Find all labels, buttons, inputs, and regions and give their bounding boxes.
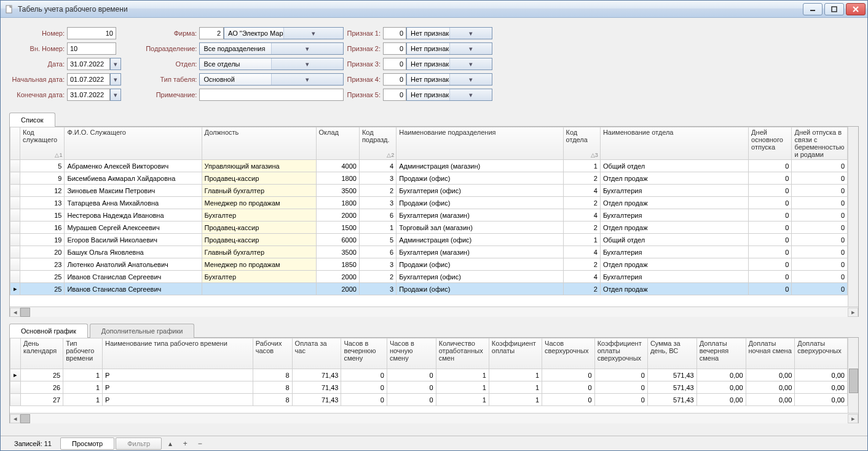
table-row[interactable]: 15Нестерова Надежда Ивановна Бухгалтер 2… <box>10 209 848 222</box>
priznak-2-code-input[interactable] <box>383 42 406 55</box>
table-row[interactable]: 16Мурашев Сергей Алексеевич Продавец-кас… <box>10 222 848 234</box>
close-button[interactable] <box>846 3 866 15</box>
priznak-4-code-input[interactable] <box>383 73 406 86</box>
firm-combo[interactable]: АО "Электро Маркет"▾ <box>224 27 344 39</box>
filter-button[interactable]: Фильтр <box>116 437 162 450</box>
document-icon <box>4 4 14 14</box>
chevron-down-icon: ▾ <box>271 43 343 54</box>
label-subdivision: Подразделение: <box>128 45 199 52</box>
start-date-input[interactable] <box>67 73 110 86</box>
label-priznak-1: Признак 1: <box>344 30 383 37</box>
note-input[interactable] <box>199 89 344 101</box>
tab-list[interactable]: Список <box>9 113 55 127</box>
vertical-scrollbar[interactable] <box>848 338 858 413</box>
minimize-button[interactable] <box>803 3 823 15</box>
label-ext-number: Вн. Номер: <box>6 45 67 52</box>
priznak-5-code-input[interactable] <box>383 89 406 101</box>
window-title: Табель учета рабочего времени <box>18 5 128 14</box>
nav-remove-button[interactable]: − <box>192 437 207 450</box>
label-priznak-4: Признак 4: <box>344 76 383 83</box>
svg-rect-2 <box>832 7 837 12</box>
date-picker-button[interactable]: ▾ <box>110 58 121 70</box>
table-row[interactable]: 13Татарцева Анна Михайловна Менеджер по … <box>10 197 848 209</box>
label-priznak-5: Признак 5: <box>344 91 383 98</box>
label-start-date: Начальная дата: <box>6 76 67 83</box>
table-row[interactable]: 19Егоров Василий Николаевич Продавец-кас… <box>10 234 848 246</box>
chevron-down-icon: ▾ <box>449 89 492 100</box>
table-row[interactable]: ▸ 25Иванов Станислав Сергеевич 20003 Про… <box>10 283 848 295</box>
priznak-1-combo[interactable]: Нет признака 1▾ <box>406 27 492 39</box>
table-row[interactable]: 9Бисембиева Акмарал Хайдаровна Продавец-… <box>10 172 848 185</box>
priznak-3-combo[interactable]: Нет признака 3▾ <box>406 58 492 70</box>
preview-button[interactable]: Просмотр <box>60 437 114 450</box>
label-date: Дата: <box>6 60 67 68</box>
titlebar: Табель учета рабочего времени <box>1 1 867 18</box>
label-department: Отдел: <box>128 60 199 68</box>
table-row[interactable]: 23Лютенко Анатолий Анатольевич Менеджер … <box>10 258 848 271</box>
table-row[interactable]: 25Иванов Станислав Сергеевич Бухгалтер 2… <box>10 271 848 283</box>
chevron-down-icon: ▾ <box>449 58 492 70</box>
header-form: Номер: Вн. Номер: Дата:▾ Начальная дата:… <box>1 18 867 108</box>
firm-code-input[interactable] <box>199 27 224 39</box>
date-input[interactable] <box>67 58 110 70</box>
timesheet-type-combo[interactable]: Основной▾ <box>199 73 344 86</box>
number-input[interactable] <box>67 27 116 39</box>
nav-up-button[interactable]: ▴ <box>163 437 178 450</box>
priznak-1-code-input[interactable] <box>383 27 406 39</box>
table-row[interactable]: ▸ 251Р 871,430 011 00571,43 0,000,000,00 <box>10 369 848 381</box>
schedule-grid[interactable]: День календаряТип рабочего времени Наиме… <box>9 337 859 423</box>
department-combo[interactable]: Все отделы▾ <box>199 58 344 70</box>
maximize-button[interactable] <box>824 3 844 15</box>
chevron-down-icon: ▾ <box>271 58 343 70</box>
subdivision-combo[interactable]: Все подразделения▾ <box>199 42 344 55</box>
horizontal-scrollbar[interactable]: ◂▸ <box>10 306 858 317</box>
end-date-picker-button[interactable]: ▾ <box>110 89 121 101</box>
table-row[interactable]: 5Абраменко Алексей Викторович Управляющи… <box>10 160 848 172</box>
table-row[interactable]: 261Р 871,430 011 00571,43 0,000,000,00 <box>10 381 848 394</box>
tab-main-schedule[interactable]: Основной график <box>9 324 88 338</box>
label-number: Номер: <box>6 30 67 37</box>
chevron-down-icon: ▾ <box>271 74 343 85</box>
priznak-4-combo[interactable]: Нет признака 4▾ <box>406 73 492 86</box>
priznak-3-code-input[interactable] <box>383 58 406 70</box>
priznak-5-combo[interactable]: Нет признака 5▾ <box>406 89 492 101</box>
priznak-2-combo[interactable]: Нет признака 2▾ <box>406 42 492 55</box>
start-date-picker-button[interactable]: ▾ <box>110 73 121 86</box>
employee-grid[interactable]: Код служащего△1 Ф.И.О. Служащего Должнос… <box>9 126 859 317</box>
chevron-down-icon: ▾ <box>449 74 492 85</box>
lower-tabs: Основной график Дополнительные графики <box>9 323 859 337</box>
vertical-scrollbar[interactable] <box>848 127 858 306</box>
chevron-down-icon: ▾ <box>283 28 343 39</box>
chevron-down-icon: ▾ <box>449 43 492 54</box>
tab-extra-schedules[interactable]: Дополнительные графики <box>90 324 195 338</box>
label-priznak-2: Признак 2: <box>344 45 383 52</box>
table-row[interactable]: 271Р 871,430 011 00571,43 0,000,000,00 <box>10 394 848 406</box>
horizontal-scrollbar[interactable]: ◂▸ <box>10 413 858 423</box>
chevron-down-icon: ▾ <box>449 28 492 39</box>
status-bar: Записей: 11 Просмотр Фильтр ▴ + − <box>1 436 867 450</box>
label-note: Примечание: <box>128 91 199 98</box>
label-timesheet-type: Тип табеля: <box>128 76 199 83</box>
label-end-date: Конечная дата: <box>6 91 67 98</box>
label-priznak-3: Признак 3: <box>344 60 383 68</box>
end-date-input[interactable] <box>67 89 110 101</box>
table-row[interactable]: 12Зиновьев Максим Петрович Главный бухга… <box>10 185 848 197</box>
upper-tabs: Список <box>1 112 867 126</box>
ext-number-input[interactable] <box>67 42 116 55</box>
nav-add-button[interactable]: + <box>178 437 192 450</box>
table-row[interactable]: 20Башук Ольга Яковлевна Главный бухгалте… <box>10 246 848 258</box>
record-count: Записей: 11 <box>6 438 60 449</box>
label-firm: Фирма: <box>128 30 199 37</box>
